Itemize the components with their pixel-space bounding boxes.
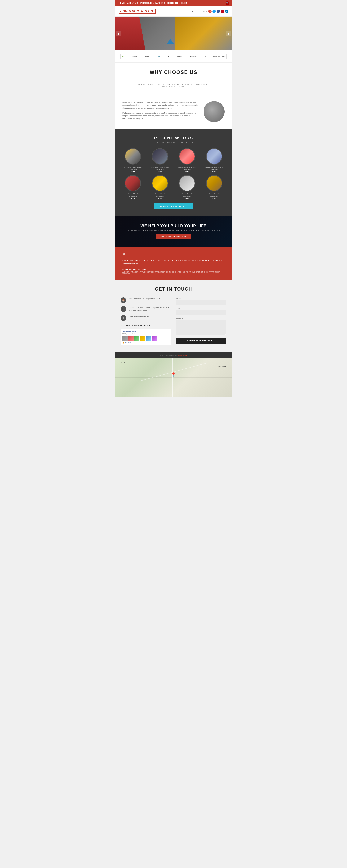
- why-paragraph-2: Morbi nunc odio, gravida acursus nec, lu…: [123, 112, 200, 120]
- work-title-2: Lorem ipsum dolor sit amet, consectetur: [148, 166, 173, 170]
- work-item-8[interactable]: Lorem ipsum dolor sit amet, consectetur …: [202, 175, 227, 199]
- nav-careers[interactable]: CAREERS: [154, 2, 166, 4]
- work-circle-4: [206, 148, 222, 164]
- work-year-6: 2000: [148, 197, 173, 199]
- contact-phone-item: 📞 Freephone: +1 800 559 6580 Telephone: …: [120, 306, 171, 312]
- recent-works-section: RECENT WORKS EXPLORE OUR LATEST PROJECTS…: [115, 129, 232, 216]
- why-image-inner: [204, 101, 224, 122]
- work-title-6: Lorem ipsum dolor sit amet, consectetur: [148, 193, 173, 197]
- partner-logo-6[interactable]: MARVIN: [175, 54, 184, 59]
- contact-info: 🏠 6021 Marmora Road Glasgow, D04 89GR 📞 …: [120, 298, 171, 345]
- work-item-6[interactable]: Lorem ipsum dolor sit amet, consectetur …: [148, 175, 173, 199]
- work-circle-1: [125, 148, 141, 164]
- help-title: WE HELP YOU BUILD YOUR LIFE: [141, 224, 207, 228]
- twitter-icon[interactable]: t: [212, 9, 216, 13]
- work-title-5: Lorem ipsum dolor sit amet, consectetur: [120, 193, 145, 197]
- work-item-1[interactable]: Lorem ipsum dolor sit amet, consectetur …: [120, 148, 145, 173]
- contact-title: GET IN TOUCH: [120, 286, 227, 292]
- work-item-5[interactable]: Lorem ipsum dolor sit amet, consectetur …: [120, 175, 145, 199]
- contact-address-item: 🏠 6021 Marmora Road Glasgow, D04 89GR: [120, 298, 171, 303]
- show-more-button[interactable]: SHOW MORE PROJECTS >>: [154, 203, 193, 209]
- facebook-widget: TemplateMonster 66,79 people like this 👍…: [120, 329, 171, 345]
- fb-photos: [122, 336, 170, 341]
- partner-logo-3[interactable]: Eagle™: [144, 54, 152, 59]
- why-section: WHY CHOOSE US OVER 10 DEDICATED SERVICE …: [115, 63, 232, 129]
- googleplus-icon[interactable]: G+: [208, 9, 212, 13]
- partner-logo-7[interactable]: American: [189, 54, 198, 59]
- work-year-4: 2010: [202, 171, 227, 173]
- header-right: + 1 959 603 6035 G+ t f P in: [190, 9, 229, 13]
- message-input[interactable]: [176, 320, 227, 335]
- fb-photo-4: [140, 336, 145, 341]
- email-icon: ✉: [120, 315, 126, 321]
- privacy-policy-link[interactable]: Privacy policy: [177, 354, 187, 356]
- work-item-2[interactable]: Lorem ipsum dolor sit amet, consectetur …: [148, 148, 173, 173]
- message-label: Message: [176, 317, 227, 319]
- contact-section: GET IN TOUCH 🏠 6021 Marmora Road Glasgow…: [115, 280, 232, 352]
- slider-prev-button[interactable]: ❮: [116, 31, 121, 36]
- work-year-7: 1994: [175, 197, 200, 199]
- contact-address-text: 6021 Marmora Road Glasgow, D04 89GR: [129, 298, 161, 300]
- top-navigation: HOME / ABOUT US / PORTFOLIO / CAREERS / …: [115, 0, 232, 6]
- nav-home[interactable]: HOME: [118, 2, 126, 4]
- recent-works-title: RECENT WORKS: [120, 135, 227, 141]
- partner-logo-4[interactable]: ⚙️: [157, 54, 162, 59]
- email-input[interactable]: [176, 310, 227, 315]
- work-circle-7: [179, 175, 195, 191]
- nav-blog[interactable]: BLOG: [180, 2, 188, 4]
- social-icons: G+ t f P in: [208, 9, 229, 13]
- contact-email-text: E-mail: mail@demolion.org: [129, 315, 149, 318]
- work-title-1: Lorem ipsum dolor sit amet, consectetur: [120, 166, 145, 170]
- work-circle-8: [206, 175, 222, 191]
- partner-logo-9[interactable]: ConstructionPro: [212, 54, 227, 59]
- fb-page-name[interactable]: TemplateMonster: [122, 330, 170, 332]
- partner-logo-2[interactable]: DuraFlex: [130, 54, 139, 59]
- fb-photo-3: [134, 336, 139, 341]
- fb-photo-2: [128, 336, 134, 341]
- work-title-4: Lorem ipsum dolor sit amet, consectetur: [202, 166, 227, 170]
- nav-portfolio[interactable]: PORTFOLIO: [139, 2, 153, 4]
- partner-logo-5[interactable]: ▣: [166, 54, 170, 59]
- email-label: Email: [176, 307, 227, 309]
- submit-button[interactable]: SUBMIT YOUR MESSAGE >>: [176, 338, 227, 344]
- testimonial-author-name: EDUARD MACARTHUR: [123, 268, 224, 271]
- partner-logo-8[interactable]: M: [203, 54, 207, 59]
- partners-section: 🌿 DuraFlex Eagle™ ⚙️ ▣ MARVIN American M…: [115, 50, 232, 63]
- facebook-icon[interactable]: f: [216, 9, 220, 13]
- partner-logo-1[interactable]: 🌿: [120, 54, 125, 59]
- contact-form: Name Email Message SUBMIT YOUR MESSAGE >…: [176, 298, 227, 345]
- phone-number: + 1 959 603 6035: [190, 10, 207, 12]
- follow-section: FOLLOW US ON FACEBOOK TemplateMonster 66…: [120, 324, 171, 345]
- work-title-7: Lorem ipsum dolor sit amet, consectetur: [175, 193, 200, 197]
- follow-title: FOLLOW US ON FACEBOOK: [120, 324, 171, 327]
- why-title: WHY CHOOSE US: [123, 69, 224, 75]
- help-subtitle: FUSCE SUSCIPIT VARIUS MI. CUM SOCIIS NAT…: [127, 229, 220, 231]
- pinterest-icon[interactable]: P: [221, 9, 224, 13]
- work-title-8: Lorem ipsum dolor sit amet, consectetur: [202, 193, 227, 197]
- fb-like-button[interactable]: 👍 Like page: [122, 342, 170, 344]
- help-section: WE HELP YOU BUILD YOUR LIFE FUSCE SUSCIP…: [115, 216, 232, 247]
- work-item-3[interactable]: Lorem ipsum dolor sit amet, consectetur …: [175, 148, 200, 173]
- name-label: Name: [176, 298, 227, 299]
- recent-works-subtitle: EXPLORE OUR LATEST PROJECTS: [120, 142, 227, 144]
- works-grid: Lorem ipsum dolor sit amet, consectetur …: [120, 148, 227, 199]
- linkedin-icon[interactable]: in: [225, 9, 229, 13]
- work-item-7[interactable]: Lorem ipsum dolor sit amet, consectetur …: [175, 175, 200, 199]
- search-icon[interactable]: 🔍: [225, 1, 229, 5]
- testimonial-author-title: A CHIEF MANAGER AT "FUSCE SUSCIPIT" PROJ…: [123, 271, 224, 275]
- work-year-3: 2012: [175, 171, 200, 173]
- why-text-block: Lorem ipsum dolor sit amet, conseer adip…: [123, 101, 200, 122]
- nav-about[interactable]: ABOUT US: [126, 2, 139, 4]
- fb-photo-1: [122, 336, 128, 341]
- work-item-4[interactable]: Lorem ipsum dolor sit amet, consectetur …: [202, 148, 227, 173]
- slider-next-button[interactable]: ❯: [226, 31, 231, 36]
- hero-machine-image: [175, 17, 232, 50]
- name-input[interactable]: [176, 300, 227, 306]
- work-circle-2: [152, 148, 168, 164]
- services-button[interactable]: GO TO OUR SERVICES >>: [156, 234, 191, 240]
- map-background: New York Ashburn Map Satellite 📍: [115, 358, 232, 397]
- nav-contacts[interactable]: CONTACTS: [166, 2, 180, 4]
- testimonial-quote: Lorem ipsum dolor sit amet, conseer adip…: [123, 259, 224, 266]
- map-section: New York Ashburn Map Satellite 📍: [115, 358, 232, 397]
- site-header: CONSTRUCTION CO. + 1 959 603 6035 G+ t f…: [115, 6, 232, 17]
